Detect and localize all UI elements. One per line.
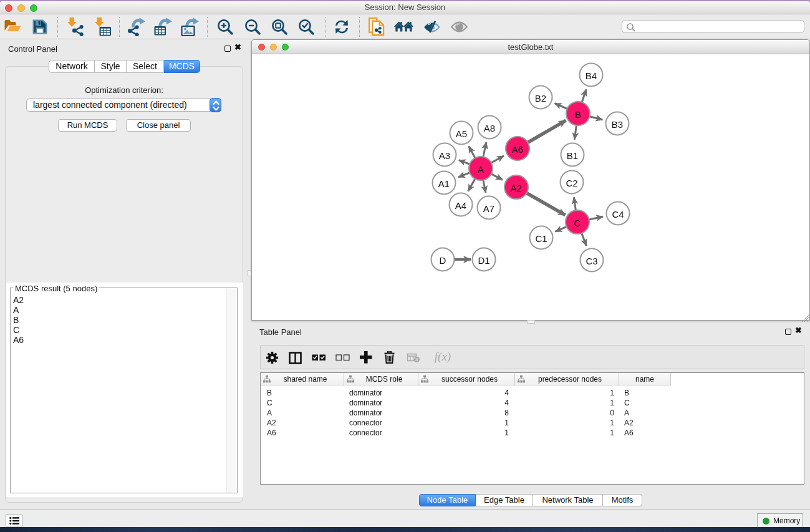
svg-text:C2: C2	[566, 178, 577, 188]
svg-text:A6: A6	[512, 144, 523, 155]
svg-text:A2: A2	[511, 183, 522, 193]
svg-text:A7: A7	[483, 203, 494, 214]
svg-text:C4: C4	[612, 209, 624, 220]
svg-text:C: C	[574, 218, 581, 228]
svg-text:D1: D1	[478, 255, 489, 266]
svg-text:A1: A1	[438, 178, 450, 189]
svg-text:B2: B2	[535, 93, 546, 104]
svg-text:A8: A8	[484, 123, 495, 133]
svg-text:B4: B4	[586, 70, 597, 81]
svg-text:D: D	[440, 255, 446, 266]
svg-text:A4: A4	[455, 200, 466, 211]
svg-text:A5: A5	[456, 128, 467, 139]
svg-text:B3: B3	[612, 119, 623, 130]
svg-text:B1: B1	[567, 150, 578, 161]
svg-text:B: B	[575, 109, 581, 120]
svg-text:A3: A3	[439, 150, 450, 161]
svg-text:A: A	[478, 164, 484, 175]
svg-text:C3: C3	[586, 256, 597, 266]
svg-text:C1: C1	[535, 233, 547, 244]
